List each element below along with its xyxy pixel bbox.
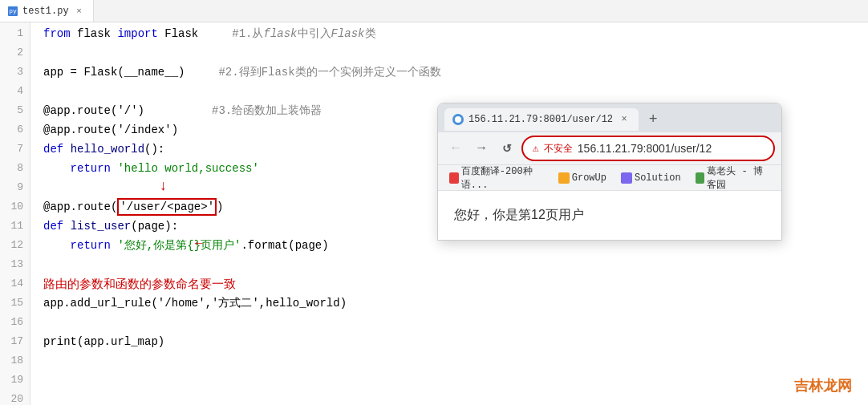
bookmark-solution[interactable]: Solution [616, 171, 686, 185]
line-numbers: 1 2 3 4 5 6 7 8 9 10 11 12 13 14 15 16 1… [0, 22, 30, 405]
back-button[interactable]: ← [444, 137, 467, 160]
browser-tab[interactable]: 156.11.21.79:8001/user/12 × [444, 108, 639, 131]
arrow-annotation-1: ↓ [159, 176, 168, 196]
bookmark-growup-label: GrowUp [572, 172, 606, 184]
growup-icon [558, 172, 570, 184]
code-line-6-text: @app.route('/index') [43, 120, 178, 140]
browser-bookmarks: 百度翻译-200种语... GrowUp Solution 葛老头 - 博客园 [438, 164, 781, 190]
code-line-14: 路由的参数和函数的参数命名要一致 [43, 274, 868, 294]
bookmark-blog-label: 葛老头 - 博客园 [707, 164, 770, 192]
bookmark-growup[interactable]: GrowUp [554, 171, 611, 185]
code-line-8-text: return 'hello world,success' [43, 159, 259, 178]
code-line-3-text: app = Flask(__name__) #2.得到Flask类的一个实例并定… [43, 63, 441, 82]
python-file-icon: py [8, 6, 18, 16]
code-line-11-text: def list_user(page): [43, 217, 178, 236]
solution-icon [621, 172, 632, 184]
code-line-7-text: def hello_world(): [43, 140, 164, 159]
insecure-icon: ⚠ [533, 142, 539, 155]
tab-filename: test1.py [22, 6, 69, 17]
code-line-13 [43, 255, 868, 274]
code-line-16 [43, 313, 868, 332]
baidu-icon [449, 172, 459, 184]
code-line-3: app = Flask(__name__) #2.得到Flask类的一个实例并定… [43, 63, 868, 82]
code-line-18 [43, 351, 868, 371]
code-line-17: print(app.url_map) [43, 332, 868, 351]
code-line-5-text: @app.route('/') #3.给函数加上装饰器 [43, 101, 322, 120]
browser-window: 156.11.21.79:8001/user/12 × + ← → ↺ ⚠ 不安… [437, 103, 782, 241]
editor-tab[interactable]: py test1.py × [0, 0, 94, 22]
browser-content: 您好，你是第12页用户 [438, 190, 781, 240]
tab-bar: py test1.py × [0, 0, 868, 22]
new-tab-button[interactable]: + [642, 108, 664, 131]
svg-point-0 [455, 116, 461, 123]
bookmark-baidu[interactable]: 百度翻译-200种语... [444, 163, 549, 193]
browser-tab-title: 156.11.21.79:8001/user/12 [468, 114, 613, 125]
code-line-2 [43, 43, 868, 63]
tab-close-button[interactable]: × [74, 6, 85, 17]
bookmark-baidu-label: 百度翻译-200种语... [461, 164, 544, 192]
browser-page-text: 您好，你是第12页用户 [454, 208, 584, 221]
url-text: 156.11.21.79:8001/user/12 [578, 142, 712, 155]
editor-container: py test1.py × 1 2 3 4 5 6 7 8 9 10 11 12… [0, 0, 868, 405]
browser-tab-close[interactable]: × [618, 113, 631, 126]
code-line-4 [43, 82, 868, 101]
bookmark-blog[interactable]: 葛老头 - 博客园 [691, 163, 775, 193]
browser-tab-bar: 156.11.21.79:8001/user/12 × + [438, 103, 781, 132]
arrow-annotation-2: ← [195, 234, 203, 253]
code-line-20 [43, 390, 868, 405]
code-line-15-text: app.add_url_rule('/home','方式二',hello_wor… [43, 294, 347, 313]
code-line-10-text: @app.route('/user/<page>') [43, 197, 223, 217]
code-line-19 [43, 371, 868, 390]
code-line-1-text: from flask import Flask #1.从flask中引入Flas… [43, 24, 376, 43]
watermark: 吉林龙网 [794, 376, 852, 395]
address-bar[interactable]: ⚠ 不安全 156.11.21.79:8001/user/12 [521, 136, 775, 161]
browser-nav: ← → ↺ ⚠ 不安全 156.11.21.79:8001/user/12 [438, 132, 781, 164]
code-line-12-text: return '您好,你是第{}页用户'.format(page) [43, 236, 329, 255]
annotation-text: 路由的参数和函数的参数命名要一致 [43, 274, 236, 294]
code-line-15: app.add_url_rule('/home','方式二',hello_wor… [43, 294, 868, 313]
browser-favicon [452, 114, 464, 125]
insecure-label: 不安全 [544, 142, 573, 156]
bookmark-solution-label: Solution [635, 172, 681, 184]
reload-button[interactable]: ↺ [496, 137, 518, 160]
forward-button[interactable]: → [470, 137, 493, 160]
blog-icon [696, 172, 705, 184]
code-line-17-text: print(app.url_map) [43, 332, 164, 351]
code-line-1: from flask import Flask #1.从flask中引入Flas… [43, 24, 868, 43]
